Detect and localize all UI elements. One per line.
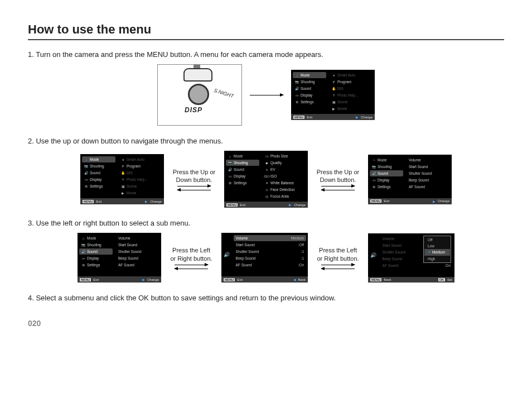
menu-screen-mode-2: ⌂Mode 📷Shooting 🔊Sound ▭Display ⚙Setting… (80, 154, 164, 204)
caption-leftright-1: Press the Left or Right button. (169, 246, 214, 262)
volume-popup: Off Low ✓Medium High (423, 236, 451, 263)
menu-screen-volume-popup: 🔊 Volume Start Sound Shutter Sound Beep … (368, 233, 454, 283)
step-2-row: ⌂Mode 📷Shooting 🔊Sound ▭Display ⚙Setting… (28, 151, 504, 208)
caption-updown-1: Press the Up or Down button. (172, 168, 216, 184)
menu-screen-shooting: ⌂Mode 📷Shooting 🔊Sound ▭Display ⚙Setting… (224, 151, 308, 208)
volume-option-off: Off (424, 237, 450, 243)
mode-icon: ⌂ (295, 74, 299, 77)
gear-icon: ⚙ (295, 100, 299, 104)
step-4-text: 4. Select a submenu and click the OK but… (28, 294, 504, 302)
menu-screen-sound-detail: 🔊 VolumeMedium Start Sound:Off Shutter S… (221, 233, 308, 283)
step-2-text: 2. Use the up or down button to navigate… (28, 137, 504, 145)
step-1-row: S.NIGHT DISP ⌂Mode 📷Shooting 🔊Sound ▭Dis… (28, 64, 504, 126)
camera-illustration: S.NIGHT DISP (157, 64, 242, 126)
step-1-text: 1. Turn on the camera and press the MENU… (28, 50, 504, 59)
menu-screen-sound-left: ⌂Mode 📷Shooting 🔊Sound ▭Display ⚙Setting… (78, 233, 161, 283)
sound-icon: 🔊 (295, 87, 299, 90)
caption-leftright-2: Press the Left or Right button. (316, 246, 360, 262)
display-icon: ▭ (295, 94, 299, 97)
volume-option-medium: ✓Medium (424, 249, 450, 256)
check-icon: ✓ (428, 250, 431, 254)
volume-option-low: Low (424, 243, 450, 249)
menu-screen-sound: ⌂Mode 📷Shooting 🔊Sound ▭Display ⚙Setting… (368, 155, 452, 204)
sound-icon: 🔊 (224, 252, 230, 257)
page-title: How to use the menu (28, 22, 504, 40)
arrow-group (250, 95, 283, 95)
page-number: 020 (28, 319, 504, 328)
caption-updown-2: Press the Up or Down button. (316, 168, 360, 184)
volume-option-high: High (424, 256, 450, 262)
step-3-text: 3. Use the left or right button to selec… (28, 219, 504, 227)
camera-icon: 📷 (295, 80, 299, 84)
arrow-right-icon (250, 95, 283, 95)
step-3-row: ⌂Mode 📷Shooting 🔊Sound ▭Display ⚙Setting… (28, 233, 504, 283)
menu-screen-mode: ⌂Mode 📷Shooting 🔊Sound ▭Display ⚙Setting… (291, 70, 375, 120)
